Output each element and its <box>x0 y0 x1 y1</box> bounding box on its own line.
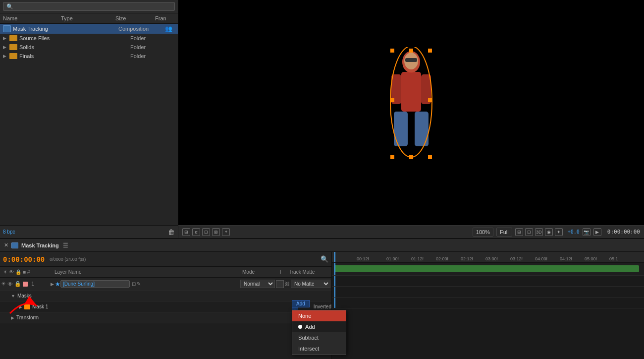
camera-icon[interactable]: 📷 <box>583 228 590 236</box>
svg-rect-13 <box>390 155 394 159</box>
solo-header-icon: ☀ <box>3 269 7 275</box>
eye-header-icon: 👁 <box>9 269 14 275</box>
layer-1-bar <box>334 265 639 272</box>
svg-rect-14 <box>428 155 432 159</box>
subtract-label: Subtract <box>298 335 319 341</box>
timeline-menu-icon[interactable]: ☰ <box>63 242 68 249</box>
inverted-label: Inverted <box>314 304 331 309</box>
masks-row: ▼ Masks <box>0 291 331 301</box>
bpc-label: 8 bpc <box>3 229 15 235</box>
render-icon[interactable]: ◉ <box>545 228 553 236</box>
project-item-solids[interactable]: ▶ Solids Folder <box>0 43 178 52</box>
svg-rect-9 <box>390 49 394 53</box>
svg-rect-16 <box>409 155 413 159</box>
none-label: None <box>298 313 311 319</box>
layer-visibility-controls: ☀ 👁 🔒 ■ # <box>3 269 53 275</box>
arrow-solids: ▶ <box>3 45 6 50</box>
svg-rect-15 <box>409 49 413 53</box>
project-item-finals[interactable]: ▶ Finals Folder <box>0 52 178 60</box>
expand-icon[interactable]: ▶ <box>51 282 54 287</box>
play-icon[interactable]: ▶ <box>593 228 601 236</box>
num-header: # <box>27 269 30 275</box>
preview-tools-right: ⊞ ⊡ 3D ◉ ✦ <box>515 228 563 236</box>
transform-icon[interactable]: ⌖ <box>222 228 230 236</box>
fit-icon[interactable]: ⊠ <box>212 228 220 236</box>
transform-track-row <box>332 298 644 308</box>
ruler-mark-3: 02:00f <box>436 256 448 261</box>
project-search-input[interactable] <box>3 2 175 11</box>
svg-rect-2 <box>394 112 408 146</box>
project-item-source-files[interactable]: ▶ Source Files Folder <box>0 34 178 43</box>
folder-icon-finals <box>9 53 17 59</box>
comp-tab-icon <box>11 242 18 248</box>
track-matte-dropdown[interactable]: No Matte <box>291 280 330 288</box>
edit-layer-icon[interactable]: ✎ <box>137 281 141 287</box>
ruler-mark-4: 02:12f <box>461 256 473 261</box>
svg-rect-11 <box>390 98 394 102</box>
playhead-masks <box>334 276 335 286</box>
svg-rect-7 <box>405 58 417 62</box>
region-icon[interactable]: ⊡ <box>202 228 210 236</box>
3d-layer-icon[interactable]: ⊡ <box>132 281 136 287</box>
timeline-ruler[interactable]: 00:12f 01:00f 01:12f 02:00f 02:12f 03:00… <box>332 252 644 263</box>
t-header: T <box>279 269 287 275</box>
delete-icon[interactable]: 🗑 <box>168 228 175 236</box>
dropdown-item-subtract[interactable]: Subtract <box>292 332 346 343</box>
star-icon[interactable]: ★ <box>55 281 60 288</box>
close-tab-icon[interactable]: ✕ <box>4 242 8 248</box>
timeline-timecode[interactable]: 0:00:00:00 <box>3 255 45 263</box>
person-svg <box>389 47 433 161</box>
mode-dropdown[interactable]: Normal <box>240 280 275 288</box>
alpha-icon[interactable]: α <box>192 228 200 236</box>
layer-1-track[interactable] <box>332 263 644 276</box>
layer-num: 1 <box>29 281 36 287</box>
project-item-mask-tracking[interactable]: Mask Tracking Composition 👥 <box>0 24 178 34</box>
playhead-transform <box>334 298 335 308</box>
track-rows-container <box>332 263 644 359</box>
layer-1-row: ☀ 👁 🔒 1 ▶ ★ ⊡ ✎ Normal <box>0 278 331 291</box>
preview-panel: ⊞ α ⊡ ⊠ ⌖ 100% Full ⊞ ⊡ 3D ◉ ✦ +0.0 📷 ▶ … <box>178 0 644 238</box>
ruler-mark-1: 01:00f <box>386 256 399 261</box>
layer-1-expand-controls: ▶ ★ <box>51 281 60 288</box>
finals-type: Folder <box>130 53 175 59</box>
ruler-mark-7: 04:00f <box>535 256 547 261</box>
quality-button[interactable]: Full <box>496 228 512 237</box>
channel-icon[interactable]: ⊡ <box>525 228 533 236</box>
folder-icon-solids <box>9 44 17 50</box>
eye-toggle[interactable]: 👁 <box>7 281 13 287</box>
folder-icon-source <box>9 35 17 41</box>
mask-mode-button[interactable]: Add <box>292 300 310 307</box>
svg-rect-10 <box>428 49 432 53</box>
intersect-label: Intersect <box>298 346 319 352</box>
lock-toggle[interactable]: 🔒 <box>14 281 21 287</box>
playhead-indicator <box>334 252 335 262</box>
project-items-list: Mask Tracking Composition 👥 ▶ Source Fil… <box>0 24 178 225</box>
track-matte-header: Track Matte <box>289 269 328 275</box>
dropdown-item-none[interactable]: None <box>292 310 346 321</box>
dropdown-item-add[interactable]: Add <box>292 321 346 332</box>
grid-toggle-icon[interactable]: ⊞ <box>182 228 190 236</box>
mask-mode-container: Add ▾ None Add Subtract <box>292 300 310 313</box>
transform-row: ▶ Transform <box>0 312 331 323</box>
mask-1-row: ▶ Mask 1 Add ▾ None Add <box>0 301 331 312</box>
timeline-ruler-area: 00:12f 01:00f 01:12f 02:00f 02:12f 03:00… <box>332 252 644 359</box>
solo-toggle[interactable]: ☀ <box>1 281 6 287</box>
fran-col-header: Fran <box>155 15 175 21</box>
mask1-label: Mask 1 <box>32 304 292 309</box>
ruler-mark-10: 05:1 <box>609 256 618 261</box>
layer-1-name-field[interactable] <box>60 280 130 288</box>
dropdown-item-intersect[interactable]: Intersect <box>292 343 346 354</box>
red-arrow-annotation <box>5 289 45 319</box>
svg-rect-1 <box>401 72 421 112</box>
mask-tracking-fran-icon: 👥 <box>165 25 175 32</box>
timeline-section: ✕ Mask Tracking ☰ 0:00:00:00 0/0000 (24.… <box>0 238 644 359</box>
mask-display-icon[interactable]: ⊞ <box>515 228 523 236</box>
source-files-name: Source Files <box>19 35 128 41</box>
3d-icon[interactable]: 3D <box>535 228 543 236</box>
arrow-source: ▶ <box>3 36 6 41</box>
zoom-button[interactable]: 100% <box>473 228 493 237</box>
snap-icon[interactable]: ✦ <box>555 228 563 236</box>
search-timeline-icon[interactable]: 🔍 <box>321 255 328 263</box>
mask-tracking-type: Composition <box>118 26 163 32</box>
source-files-type: Folder <box>130 35 175 41</box>
